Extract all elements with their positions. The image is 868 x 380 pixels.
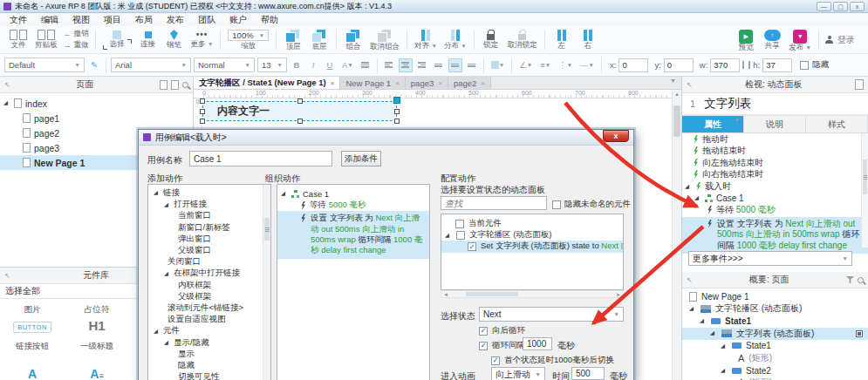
tab-page2[interactable]: page2× — [448, 77, 491, 89]
resize-handle[interactable] — [200, 98, 205, 104]
w-input[interactable] — [710, 58, 740, 72]
publish-button[interactable]: ▼ 发布 ▼ — [788, 28, 812, 51]
resize-handle[interactable] — [200, 119, 205, 124]
filter-icon[interactable] — [846, 276, 854, 283]
line-style-button[interactable]: ⋮▼ — [556, 58, 575, 72]
font-size-select[interactable]: 13▼ — [257, 58, 287, 72]
action-parent-window[interactable]: 父级窗口 — [148, 245, 270, 256]
resize-handle[interactable] — [200, 109, 205, 114]
action-set-adaptive-view[interactable]: 设置自适应视图 — [148, 314, 270, 325]
action-set-panel-row[interactable]: 设置 文字列表 为 Next 向上滑动 out 500ms 向上滑动 in 50… — [682, 217, 868, 254]
expand-caret-icon[interactable]: ◢ — [3, 100, 10, 106]
widget-name-input[interactable]: 文字列表 — [704, 96, 751, 112]
organize-case-1[interactable]: ◢Case 1 — [277, 188, 429, 200]
action-show-hide[interactable]: ◢显示/隐藏 — [148, 336, 270, 348]
event-ondragleft[interactable]: 向左拖动结束时 — [682, 157, 868, 169]
font-weight-select[interactable]: Normal▼ — [194, 58, 255, 72]
action-category-widgets[interactable]: ◢元件 — [148, 325, 270, 336]
expand-caret-icon[interactable]: ◢ — [689, 306, 696, 312]
align-button[interactable]: 对齐 ▼ — [413, 28, 438, 51]
connect-button[interactable]: 连接 — [138, 28, 159, 51]
action-open-link[interactable]: ◢打开链接 — [148, 199, 270, 210]
add-folder-icon[interactable] — [171, 80, 179, 90]
outline-item-state1-inner[interactable]: ◢State1 — [682, 340, 868, 352]
menu-team[interactable]: 团队 — [191, 14, 222, 26]
library-item-image-label[interactable]: 图片 — [0, 304, 65, 316]
close-tab-icon[interactable]: × — [438, 79, 442, 87]
close-tab-icon[interactable]: × — [395, 79, 400, 87]
loop-backward-checkbox-group[interactable]: ✓ 向后循环 — [479, 325, 525, 336]
align-center-button[interactable] — [399, 58, 413, 72]
action-current-window[interactable]: 当前窗口 — [148, 210, 270, 221]
menu-edit[interactable]: 编辑 — [34, 14, 65, 26]
collapse-panel-icon[interactable]: ↖ — [4, 81, 10, 89]
action-wait-row[interactable]: 等待 5000 毫秒 — [682, 204, 868, 216]
align-top-button[interactable] — [432, 58, 446, 72]
expand-caret-icon[interactable]: ◢ — [710, 330, 717, 336]
menu-file[interactable]: 文件 — [3, 14, 34, 26]
action-toggle-visibility[interactable]: 切换可见性 — [148, 371, 270, 380]
library-item-placeholder-label[interactable]: 占位符 — [65, 304, 129, 316]
target-carousel-panel[interactable]: ◢文字轮播区 (动态面板) — [441, 229, 623, 241]
scrollbar-thumb[interactable] — [466, 292, 518, 296]
link-wh-icon[interactable] — [742, 61, 750, 69]
selected-widget-text-panel[interactable]: 内容文字一 — [202, 101, 397, 121]
action-category-links[interactable]: ◢链接 — [148, 187, 270, 199]
action-scroll-to-widget[interactable]: 滚动到元件<锚链接> — [148, 302, 270, 314]
login-button[interactable]: 登录 — [825, 34, 855, 46]
organize-set-action-selected[interactable]: 设置 文字列表 为 Next 向上滑动 out 500ms 向上滑动 in 50… — [277, 211, 429, 258]
panel-badge-icon[interactable] — [856, 330, 863, 337]
close-tab-icon[interactable]: × — [331, 79, 335, 87]
pen-button[interactable]: 钢笔 — [164, 28, 185, 51]
zoom-select[interactable]: 100%▼ — [228, 30, 269, 41]
menu-view[interactable]: 视图 — [65, 14, 97, 26]
action-close-window[interactable]: 关闭窗口 — [148, 256, 270, 268]
send-to-back-button[interactable]: 底层 — [309, 28, 330, 51]
organize-wait-action[interactable]: 等待 5000 毫秒 — [277, 200, 429, 211]
file-button[interactable]: 文件 — [8, 28, 29, 51]
collapse-panel-icon[interactable]: ↖ — [687, 81, 693, 89]
unlock-button[interactable]: 取消锁定 — [507, 28, 538, 51]
align-right-button[interactable] — [415, 58, 429, 72]
event-ondragright[interactable]: 向右拖动结束时 — [682, 169, 868, 181]
library-item-text-label[interactable]: A — [0, 367, 65, 380]
outline-search-icon[interactable] — [858, 277, 864, 283]
more-button[interactable]: ••• 更多 ▼ — [190, 28, 215, 51]
tab-new-page-1[interactable]: New Page 1× — [340, 77, 405, 89]
menu-account[interactable]: 账户 — [222, 14, 254, 26]
first-delay-checkbox-group[interactable]: ✓ 首个状态延时1000毫秒后切换 — [491, 355, 614, 366]
underline-button[interactable]: U — [323, 58, 337, 72]
scrollbar-thumb[interactable] — [264, 218, 270, 241]
resize-handle[interactable] — [297, 98, 303, 104]
align-left-button[interactable] — [382, 58, 396, 72]
y-input[interactable] — [664, 58, 694, 72]
action-show[interactable]: 显示 — [148, 349, 270, 360]
case-name-input[interactable] — [189, 151, 332, 166]
action-parent-frame[interactable]: 父级框架 — [148, 291, 270, 302]
align-bottom-button[interactable] — [465, 58, 479, 72]
action-new-window[interactable]: 新窗口/新标签 — [148, 222, 270, 234]
hide-unnamed-checkbox[interactable] — [552, 200, 561, 209]
library-item-h1[interactable]: H1 — [65, 318, 129, 333]
page-item-index[interactable]: ◢ index — [0, 96, 193, 111]
redo-button[interactable]: →重做 — [64, 40, 89, 51]
edit-style-button[interactable]: ✎ — [87, 58, 101, 72]
share-button[interactable]: ↑ 共享 — [762, 28, 783, 51]
preview-button[interactable]: ▶ 预览 — [735, 28, 756, 51]
events-scrollbar[interactable] — [861, 133, 868, 248]
resize-handle-active[interactable] — [393, 97, 400, 104]
select-mode-button[interactable]: 选择 — [102, 28, 133, 51]
target-current-widget[interactable]: 当前元件 — [441, 218, 623, 229]
menu-publish[interactable]: 发布 — [160, 14, 191, 26]
tab-properties[interactable]: 属性* — [682, 116, 744, 132]
more-events-select[interactable]: 更多事件>>>▼ — [688, 251, 852, 266]
outline-item-state2[interactable]: ◢State2 — [682, 364, 868, 377]
distribute-button[interactable]: 分布 ▼ — [443, 28, 468, 51]
line-width-button[interactable]: ≡▼ — [537, 58, 553, 72]
tab-style[interactable]: 样式 — [806, 116, 868, 132]
expand-caret-icon[interactable]: ◢ — [700, 318, 707, 324]
action-inline-frame[interactable]: 内联框架 — [148, 280, 270, 291]
checkbox[interactable] — [455, 220, 464, 228]
close-tab-icon[interactable]: × — [481, 79, 485, 87]
font-family-select[interactable]: Arial▼ — [111, 58, 191, 72]
